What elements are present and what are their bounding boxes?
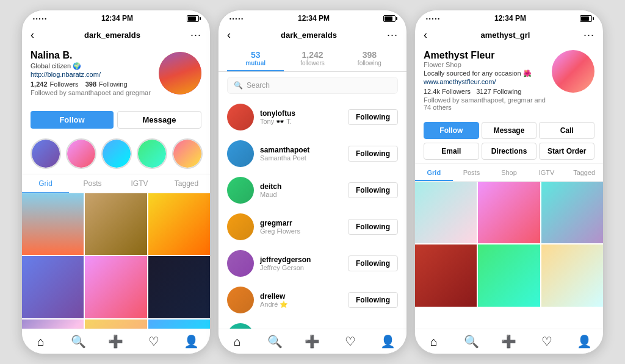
back-button[interactable]: ‹	[424, 29, 427, 41]
home-icon[interactable]: ⌂	[422, 335, 446, 349]
grid-item[interactable]	[415, 244, 477, 306]
home-icon[interactable]: ⌂	[29, 335, 53, 349]
profile-icon[interactable]: 👤	[179, 334, 203, 349]
biz-top: Amethyst Fleur Flower Shop Locally sourc…	[424, 50, 594, 111]
message-button[interactable]: Message	[482, 122, 537, 139]
search-bar[interactable]: 🔍 Search	[227, 77, 398, 94]
grid-item[interactable]	[22, 256, 84, 318]
grid-item[interactable]	[148, 193, 210, 255]
tab-igtv[interactable]: IGTV	[528, 164, 566, 181]
mutual-tab-followers[interactable]: 1,242 followers	[284, 45, 341, 71]
grid-item[interactable]	[478, 182, 540, 243]
follow-button[interactable]: Follow	[31, 111, 114, 129]
tab-tagged[interactable]: Tagged	[565, 164, 603, 181]
grid-item[interactable]	[148, 319, 210, 329]
tab-posts[interactable]: Posts	[69, 174, 116, 193]
following-button[interactable]: Following	[348, 292, 398, 308]
grid-item[interactable]	[22, 319, 84, 329]
tab-grid[interactable]: Grid	[415, 164, 453, 181]
grid-item[interactable]	[478, 244, 540, 306]
following-button[interactable]: Following	[348, 255, 398, 271]
call-button[interactable]: Call	[539, 122, 594, 139]
grid-item[interactable]	[541, 182, 603, 243]
story-item[interactable]	[66, 138, 96, 169]
home-icon[interactable]: ⌂	[225, 335, 250, 349]
signal-dots: •••••	[229, 16, 244, 21]
back-button[interactable]: ‹	[227, 29, 231, 41]
followers-count: 1,242	[284, 50, 341, 60]
grid-item[interactable]	[85, 256, 146, 318]
heart-icon[interactable]: ♡	[338, 334, 363, 349]
grid-item[interactable]	[85, 193, 146, 255]
mutual-tab-following[interactable]: 398 following	[341, 45, 398, 71]
photo-grid	[22, 193, 210, 329]
directions-button[interactable]: Directions	[482, 143, 537, 160]
search-icon[interactable]: 🔍	[262, 334, 287, 349]
profile-icon[interactable]: 👤	[572, 334, 596, 349]
tab-shop[interactable]: Shop	[490, 164, 528, 181]
follow-button[interactable]: Follow	[424, 122, 479, 139]
tab-grid[interactable]: Grid	[22, 174, 69, 193]
story-item[interactable]	[172, 138, 203, 169]
biz-avatar	[552, 50, 594, 93]
profile-link[interactable]: http://blog.nbaratz.com/	[31, 71, 159, 78]
following-button[interactable]: Following	[348, 146, 398, 162]
phone-3: ••••• 12:34 PM ‹ amethyst_grl ··· Amethy…	[414, 10, 604, 354]
email-button[interactable]: Email	[424, 143, 479, 160]
following-button[interactable]: Following	[348, 109, 398, 125]
start-order-button[interactable]: Start Order	[539, 143, 594, 160]
search-icon[interactable]: 🔍	[459, 334, 483, 349]
message-button[interactable]: Message	[117, 111, 201, 129]
back-button[interactable]: ‹	[31, 29, 34, 41]
tab-posts[interactable]: Posts	[453, 164, 491, 181]
profile-icon[interactable]: 👤	[375, 334, 400, 349]
nav-bar-1: ‹ dark_emeralds ···	[22, 25, 210, 45]
more-options-button[interactable]: ···	[387, 29, 398, 41]
story-item[interactable]	[31, 138, 61, 169]
grid-item[interactable]	[415, 182, 477, 243]
biz-followers-label: Followers	[442, 88, 471, 95]
following-button[interactable]: Following	[348, 182, 398, 198]
display-name: Samantha Poet	[260, 154, 342, 162]
profile-name: Nalina B.	[31, 50, 159, 61]
username: deitch	[260, 182, 342, 191]
phone3-content: Amethyst Fleur Flower Shop Locally sourc…	[415, 45, 603, 329]
biz-photo-grid	[415, 182, 603, 307]
time-display: 12:34 PM	[494, 14, 526, 23]
bottom-nav-2: ⌂ 🔍 ➕ ♡ 👤	[219, 329, 406, 354]
story-item[interactable]	[101, 138, 132, 169]
add-icon[interactable]: ➕	[497, 334, 521, 349]
grid-item[interactable]	[22, 193, 84, 255]
avatar	[227, 213, 254, 240]
biz-following-count: 3127	[476, 88, 491, 95]
tab-tagged[interactable]: Tagged	[163, 174, 210, 193]
avatar	[227, 177, 254, 204]
heart-icon[interactable]: ♡	[142, 334, 166, 349]
add-icon[interactable]: ➕	[104, 334, 128, 349]
grid-item[interactable]	[85, 319, 146, 329]
heart-icon[interactable]: ♡	[535, 334, 559, 349]
tab-igtv[interactable]: IGTV	[116, 174, 163, 193]
display-name: André ⭐	[260, 301, 342, 309]
add-icon[interactable]: ➕	[300, 334, 325, 349]
grid-item[interactable]	[148, 256, 210, 318]
search-icon: 🔍	[234, 81, 243, 90]
grid-item[interactable]	[541, 244, 603, 306]
follower-info: deitch Maud	[260, 182, 342, 198]
time-display: 12:34 PM	[298, 14, 330, 23]
username: samanthapoet	[260, 146, 342, 154]
profile-username-title: dark_emeralds	[281, 30, 337, 40]
tabs-row: Grid Posts IGTV Tagged	[22, 174, 210, 193]
search-icon[interactable]: 🔍	[66, 334, 90, 349]
biz-tagline: Locally sourced for any occasion 🌺	[424, 70, 552, 77]
following-count: 398	[85, 80, 96, 88]
phone1-content: Nalina B. Global citizen 🌍 http://blog.n…	[22, 45, 210, 329]
mutual-tab-mutual[interactable]: 53 mutual	[227, 45, 284, 71]
username: gregmarr	[260, 219, 342, 227]
more-options-button[interactable]: ···	[190, 29, 201, 41]
avatar-image	[159, 52, 201, 95]
story-item[interactable]	[137, 138, 167, 169]
more-options-button[interactable]: ···	[583, 29, 594, 41]
following-button[interactable]: Following	[348, 219, 398, 235]
biz-link[interactable]: www.amethystfleur.com/	[424, 78, 552, 85]
